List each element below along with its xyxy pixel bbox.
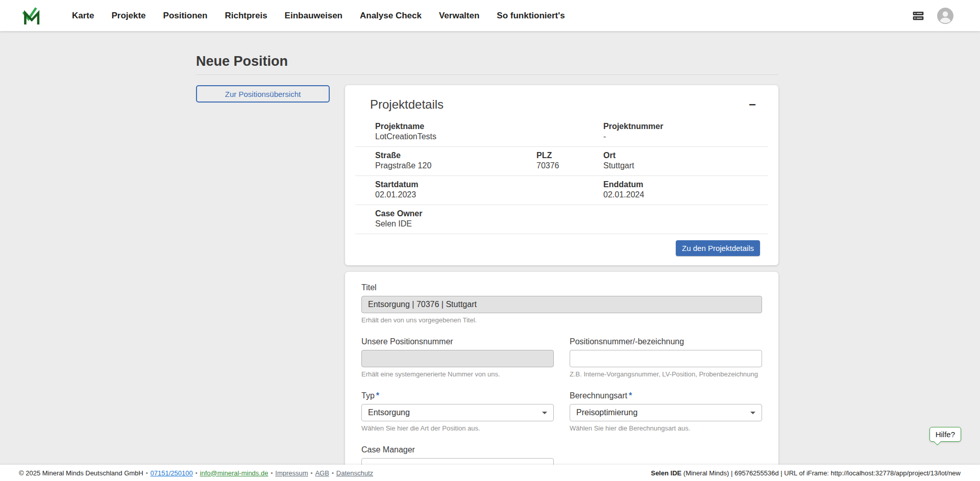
berechnungsart-select[interactable]: Preisoptimierung: [570, 404, 762, 421]
footer: © 2025 Mineral Minds Deutschland GmbH • …: [0, 465, 980, 481]
main-area: Neue Position Zur Positionsübersicht Pro…: [0, 31, 980, 465]
hilfe-button[interactable]: Hilfe?: [929, 427, 961, 442]
positionsuebersicht-button[interactable]: Zur Positionsübersicht: [196, 85, 330, 103]
footer-left: © 2025 Mineral Minds Deutschland GmbH • …: [19, 469, 373, 477]
plz-value: 70376: [536, 161, 603, 170]
nav-item-analyse-check[interactable]: Analyse Check: [360, 11, 422, 21]
nav-right-icons: [911, 8, 953, 24]
page-title: Neue Position: [196, 54, 778, 69]
typ-label-text: Typ: [361, 391, 375, 400]
session-user: Selen IDE: [651, 469, 681, 477]
enddatum-value: 02.01.2024: [603, 190, 768, 199]
nav-item-projekte[interactable]: Projekte: [111, 11, 145, 21]
separator-dot: •: [271, 470, 273, 476]
positionsnummer-input[interactable]: [570, 350, 762, 367]
case-manager-label: Case Manager: [361, 445, 554, 454]
title-divider: [196, 74, 778, 75]
strasse-label: Straße: [375, 151, 536, 160]
main-menu: Karte Projekte Positionen Richtpreis Ein…: [72, 11, 565, 21]
nav-item-einbauweisen[interactable]: Einbauweisen: [285, 11, 342, 21]
typ-select-value: Entsorgung: [368, 408, 410, 417]
mineral-minds-logo[interactable]: [22, 7, 43, 24]
separator-dot: •: [195, 470, 198, 476]
session-details: (Mineral Minds) | 69576255536d | URL of …: [681, 469, 961, 477]
case-owner-label: Case Owner: [375, 209, 536, 218]
titel-input: [361, 296, 762, 313]
typ-helper: Wählen Sie hier die Art der Position aus…: [361, 424, 554, 432]
separator-dot: •: [311, 470, 313, 476]
typ-group: Typ* Entsorgung Wählen Sie hier die Art …: [361, 391, 554, 432]
zu-den-projektdetails-button[interactable]: Zu den Projektdetails: [676, 240, 760, 256]
titel-field-group: Titel Erhält den von uns vorgegebenen Ti…: [361, 283, 762, 324]
berechnungsart-helper: Wählen Sie hier die Berechnungsart aus.: [570, 424, 762, 432]
project-details-table: Projektname LotCreationTests Projektnumm…: [355, 118, 768, 234]
nav-item-richtpreis[interactable]: Richtpreis: [225, 11, 267, 21]
unsere-positionsnummer-helper: Erhält eine systemgenerierte Nummer von …: [361, 370, 554, 378]
typ-label: Typ*: [361, 391, 554, 400]
table-row: Straße Pragstraße 120 PLZ 70376 Ort Stut…: [355, 147, 768, 176]
required-asterisk: *: [376, 391, 379, 400]
top-nav: Karte Projekte Positionen Richtpreis Ein…: [0, 0, 980, 31]
table-row: Case Owner Selen IDE: [355, 205, 768, 234]
chevron-down-icon: [750, 412, 755, 414]
positionsnummer-label: Positionsnummer/-bezeichnung: [570, 337, 762, 346]
footer-session-info: Selen IDE (Mineral Minds) | 69576255536d…: [651, 469, 961, 477]
email-link[interactable]: info@mineral-minds.de: [200, 469, 268, 477]
unsere-positionsnummer-label: Unsere Positionsnummer: [361, 337, 554, 346]
projektname-label: Projektname: [375, 122, 536, 131]
titel-helper: Erhält den von uns vorgegebenen Titel.: [361, 316, 762, 324]
user-avatar-icon[interactable]: [937, 8, 953, 24]
projektnummer-label: Projektnummer: [603, 122, 768, 131]
nav-item-positionen[interactable]: Positionen: [163, 11, 208, 21]
required-asterisk: *: [629, 391, 632, 400]
unsere-positionsnummer-group: Unsere Positionsnummer Erhält eine syste…: [361, 337, 554, 378]
projektname-cell: Projektname LotCreationTests: [355, 122, 536, 141]
projektdetails-title: Projektdetails: [370, 97, 444, 112]
nav-item-so-funktionierts[interactable]: So funktioniert's: [497, 11, 565, 21]
positionsnummer-helper: Z.B. Interne-Vorgangsnummer, LV-Position…: [570, 370, 762, 378]
ort-label: Ort: [603, 151, 768, 160]
enddatum-cell: Enddatum 02.01.2024: [603, 180, 768, 199]
server-icon[interactable]: [911, 9, 926, 22]
datenschutz-link[interactable]: Datenschutz: [336, 469, 373, 477]
case-manager-input[interactable]: [361, 458, 554, 465]
nav-item-verwalten[interactable]: Verwalten: [439, 11, 479, 21]
typ-select[interactable]: Entsorgung: [361, 404, 554, 421]
content-column: Neue Position Zur Positionsübersicht Pro…: [196, 31, 778, 465]
agb-link[interactable]: AGB: [315, 469, 329, 477]
logo-m-icon: [22, 7, 43, 24]
impressum-link[interactable]: Impressum: [275, 469, 308, 477]
strasse-value: Pragstraße 120: [375, 161, 536, 170]
plz-label: PLZ: [536, 151, 603, 160]
copyright-text: © 2025 Mineral Minds Deutschland GmbH: [19, 469, 143, 477]
projektnummer-cell: Projektnummer -: [603, 122, 768, 141]
projektname-value: LotCreationTests: [375, 132, 536, 141]
separator-dot: •: [146, 470, 148, 476]
plz-cell: PLZ 70376: [536, 151, 603, 170]
collapse-icon[interactable]: −: [749, 98, 756, 111]
ort-cell: Ort Stuttgart: [603, 151, 768, 170]
neue-position-form-card: Titel Erhält den von uns vorgegebenen Ti…: [345, 272, 778, 465]
berechnungsart-label: Berechnungsart*: [570, 391, 762, 400]
nav-item-karte[interactable]: Karte: [72, 11, 94, 21]
titel-label: Titel: [361, 283, 762, 292]
left-column: Zur Positionsübersicht: [196, 85, 330, 103]
startdatum-label: Startdatum: [375, 180, 536, 189]
projektnummer-value: -: [603, 132, 768, 141]
startdatum-value: 02.01.2023: [375, 190, 536, 199]
ort-value: Stuttgart: [603, 161, 768, 170]
table-row: Projektname LotCreationTests Projektnumm…: [355, 118, 768, 147]
positionsnummer-group: Positionsnummer/-bezeichnung Z.B. Intern…: [570, 337, 762, 378]
case-owner-cell: Case Owner Selen IDE: [355, 209, 536, 229]
case-manager-group: Case Manager: [361, 445, 554, 465]
berechnungsart-select-value: Preisoptimierung: [576, 408, 638, 417]
chevron-down-icon: [542, 412, 547, 414]
strasse-cell: Straße Pragstraße 120: [355, 151, 536, 170]
right-column: Projektdetails − Projektname LotCreation…: [345, 85, 778, 465]
projektdetails-card: Projektdetails − Projektname LotCreation…: [345, 85, 778, 265]
phone-link[interactable]: 07151/250100: [151, 469, 193, 477]
enddatum-label: Enddatum: [603, 180, 768, 189]
case-owner-value: Selen IDE: [375, 219, 536, 229]
table-row: Startdatum 02.01.2023 Enddatum 02.01.202…: [355, 176, 768, 205]
berechnungsart-group: Berechnungsart* Preisoptimierung Wählen …: [570, 391, 762, 432]
